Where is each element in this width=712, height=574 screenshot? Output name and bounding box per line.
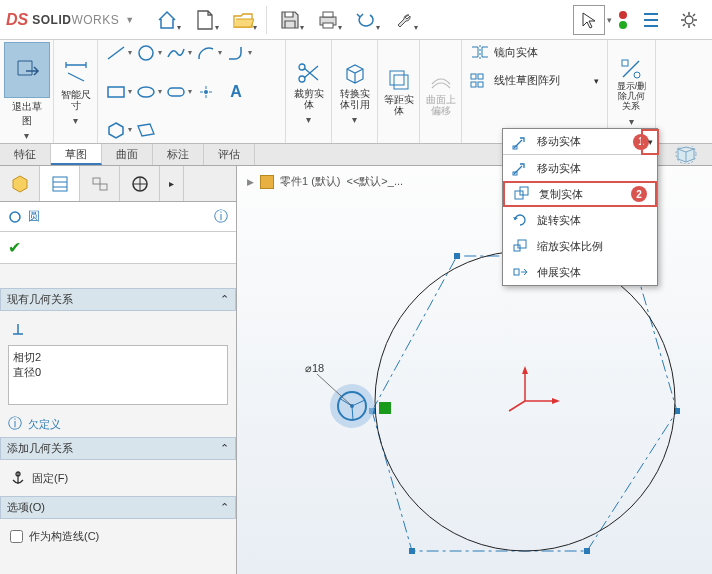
dimension-text[interactable]: ⌀18	[305, 362, 324, 374]
collapse-icon: ⌃	[220, 293, 229, 306]
svg-rect-26	[93, 178, 100, 184]
breadcrumb-expand-icon[interactable]: ▶	[247, 177, 254, 187]
show-relations-button[interactable]: 显示/删 除几何 关系	[613, 56, 651, 114]
anchor-icon	[10, 470, 26, 486]
cursor-dropdown[interactable]: ▾	[607, 15, 612, 25]
relation-item-1[interactable]: 相切2	[13, 350, 223, 365]
svg-marker-10	[109, 123, 123, 138]
undo-button[interactable]: ▾	[349, 3, 383, 37]
confirm-button[interactable]: ✔	[0, 232, 236, 264]
exit-sketch-dd[interactable]: ▾	[24, 130, 29, 141]
settings-button[interactable]: ▾	[387, 3, 421, 37]
section-options[interactable]: 选项(O) ⌃	[0, 496, 236, 519]
fix-relation-button[interactable]: 固定(F)	[8, 466, 228, 490]
flyout-copy[interactable]: 复制实体 2	[503, 181, 657, 207]
section-existing-relations[interactable]: 现有几何关系 ⌃	[0, 288, 236, 311]
flyout-dropdown-toggle[interactable]: ▾	[641, 129, 659, 155]
list-button[interactable]	[634, 3, 668, 37]
pattern-button[interactable]: 线性草图阵列 ▾	[466, 71, 603, 91]
gear-icon	[679, 10, 699, 30]
chevron-down-icon[interactable]: ▼	[125, 15, 134, 25]
slot-tool[interactable]: ▾	[162, 81, 190, 103]
mirror-label: 镜向实体	[494, 45, 538, 60]
tab-surface[interactable]: 曲面	[102, 144, 153, 165]
rect-icon	[106, 85, 126, 99]
svg-line-42	[509, 401, 525, 411]
home-button[interactable]: ▾	[150, 3, 184, 37]
svg-rect-52	[518, 240, 526, 248]
help-icon[interactable]: ⓘ	[214, 208, 228, 226]
circle-icon	[137, 44, 155, 62]
text-tool[interactable]: A	[222, 81, 250, 103]
feature-tree-icon	[10, 174, 30, 194]
rect-tool[interactable]: ▾	[102, 81, 130, 103]
show-rel-dd[interactable]: ▾	[629, 116, 634, 127]
tab-evaluate[interactable]: 评估	[204, 144, 255, 165]
logo-text: SOLIDWORKS	[32, 13, 119, 27]
sec-existing-label: 现有几何关系	[7, 292, 73, 307]
trim-dd[interactable]: ▾	[306, 114, 311, 125]
wrench-icon	[395, 11, 413, 29]
options-button[interactable]	[672, 3, 706, 37]
ellipse-tool[interactable]: ▾	[132, 81, 160, 103]
line-tool[interactable]: ▾	[102, 42, 130, 64]
flyout-rotate-label: 旋转实体	[537, 213, 581, 228]
relation-item-2[interactable]: 直径0	[13, 365, 223, 380]
flyout-rotate[interactable]: 旋转实体	[503, 207, 657, 233]
arc-tool[interactable]: ▾	[192, 42, 220, 64]
offset-icon	[387, 68, 411, 92]
convert-dd[interactable]: ▾	[352, 114, 357, 125]
construction-checkbox[interactable]	[10, 530, 23, 543]
tab-sketch[interactable]: 草图	[51, 144, 102, 165]
panel-tab-feature[interactable]	[0, 166, 40, 201]
svg-rect-27	[100, 184, 107, 190]
dimension-icon	[62, 59, 90, 87]
mirror-button[interactable]: 镜向实体	[466, 42, 603, 62]
plane-tool[interactable]	[132, 119, 160, 141]
exit-sketch-label: 退出草 图	[12, 100, 42, 128]
tab-features[interactable]: 特征	[0, 144, 51, 165]
trim-button[interactable]: 裁剪实 体	[290, 58, 328, 112]
section-add-relations[interactable]: 添加几何关系 ⌃	[0, 437, 236, 460]
breadcrumb-config[interactable]: <<默认>_...	[347, 174, 404, 189]
convert-button[interactable]: 转换实 体引用	[336, 58, 374, 112]
flyout-move[interactable]: 移动实体	[503, 155, 657, 181]
home-icon	[156, 9, 178, 31]
svg-rect-18	[478, 82, 483, 87]
smart-dimension-button[interactable]: 智能尺 寸	[57, 57, 95, 113]
polygon-tool[interactable]: ▾	[102, 119, 130, 141]
svg-line-4	[108, 47, 124, 59]
spline-tool[interactable]: ▾	[162, 42, 190, 64]
tangent-relation-marker[interactable]	[379, 402, 391, 414]
panel-tabs: ▸	[0, 166, 236, 202]
panel-tab-config[interactable]	[80, 166, 120, 201]
fillet-tool[interactable]: ▾	[222, 42, 250, 64]
svg-rect-8	[168, 88, 184, 96]
new-button[interactable]: ▾	[188, 3, 222, 37]
view-cube-icon[interactable]	[666, 146, 706, 164]
flyout-scale[interactable]: 缩放实体比例	[503, 233, 657, 259]
flyout-header[interactable]: 移动实体 1 ▾	[503, 129, 657, 155]
offset-button[interactable]: 等距实 体	[380, 66, 418, 118]
tab-annotate[interactable]: 标注	[153, 144, 204, 165]
breadcrumb-part[interactable]: 零件1 (默认)	[280, 174, 341, 189]
relations-list[interactable]: 相切2 直径0	[8, 345, 228, 405]
flyout-stretch[interactable]: 伸展实体	[503, 259, 657, 285]
panel-tab-property[interactable]	[40, 166, 80, 201]
collapse-icon: ⌃	[220, 501, 229, 514]
svg-rect-14	[394, 75, 408, 89]
show-rel-label: 显示/删 除几何 关系	[617, 82, 647, 112]
point-tool[interactable]	[192, 81, 220, 103]
smart-dim-label: 智能尺 寸	[61, 89, 91, 111]
circle-tool[interactable]: ▾	[132, 42, 160, 64]
cursor-button[interactable]	[573, 5, 605, 35]
panel-tab-dim[interactable]	[120, 166, 160, 201]
save-button[interactable]: ▾	[273, 3, 307, 37]
construction-checkbox-row[interactable]: 作为构造线(C)	[8, 525, 228, 548]
exit-sketch-button[interactable]	[4, 42, 50, 98]
panel-tab-more[interactable]: ▸	[160, 166, 184, 201]
print-button[interactable]: ▾	[311, 3, 345, 37]
smart-dim-dd[interactable]: ▾	[73, 115, 78, 126]
pattern-dd-icon[interactable]: ▾	[594, 76, 599, 86]
open-button[interactable]: ▾	[226, 3, 260, 37]
